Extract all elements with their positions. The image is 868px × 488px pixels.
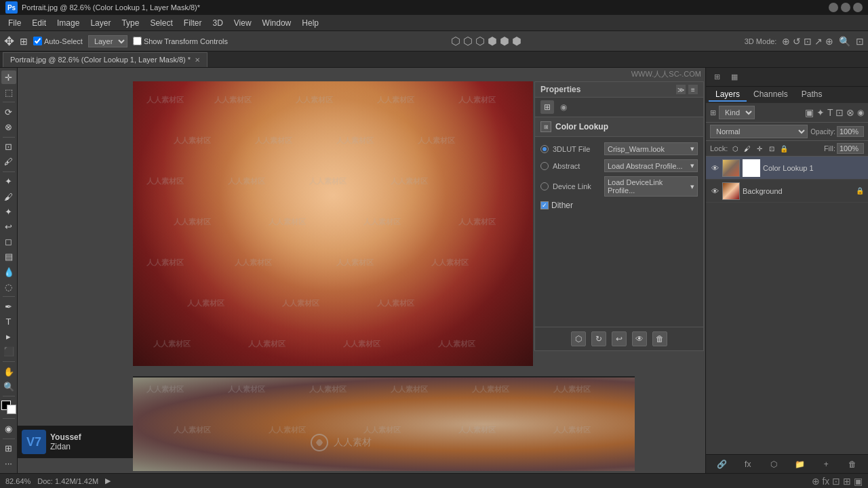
screen-mode-tool[interactable]: ⊞ — [1, 442, 16, 455]
align-left-icon[interactable]: ⬡ — [451, 35, 460, 47]
type-tool[interactable]: T — [1, 315, 16, 329]
transform-icon[interactable]: ⊞ — [20, 36, 28, 47]
device-link-radio[interactable] — [540, 182, 549, 190]
dodge-tool[interactable]: ◌ — [1, 280, 16, 293]
shape-tool[interactable]: ⬛ — [1, 345, 16, 359]
move-tool-icon[interactable]: ✥ — [4, 34, 14, 49]
lock-paint-btn[interactable]: 🖌 — [743, 144, 752, 153]
close-button[interactable] — [853, 3, 863, 12]
lut3d-radio[interactable] — [540, 145, 549, 153]
align-bottom-icon[interactable]: ⬢ — [512, 35, 521, 47]
mask-button[interactable]: ⬡ — [571, 331, 586, 346]
path-selection-tool[interactable]: ▸ — [1, 330, 16, 344]
brush-tool[interactable]: 🖌 — [1, 190, 16, 203]
visibility-button[interactable]: 👁 — [632, 331, 647, 346]
menu-3d[interactable]: 3D — [207, 17, 228, 29]
menu-image[interactable]: Image — [52, 17, 85, 29]
add-mask-btn[interactable]: ⬡ — [767, 458, 781, 471]
more-tools[interactable]: ··· — [1, 457, 16, 470]
prop-tab-circle[interactable]: ◉ — [557, 100, 570, 114]
prop-tab-grid[interactable]: ⊞ — [540, 100, 554, 114]
new-group-btn[interactable]: 📁 — [793, 458, 807, 471]
opacity-field: Opacity: — [810, 126, 864, 137]
cycle-button[interactable]: ↻ — [591, 331, 606, 346]
layer-background[interactable]: 👁 Background 🔒 — [706, 180, 868, 203]
channels-tab[interactable]: Channels — [747, 88, 795, 102]
link-layers-btn[interactable]: 🔗 — [715, 458, 728, 471]
new-layer-btn[interactable]: + — [819, 458, 833, 471]
menu-file[interactable]: File — [3, 17, 26, 29]
title-bar-controls[interactable] — [829, 3, 863, 12]
search-icon[interactable]: 🔍 — [839, 36, 850, 47]
lock-artboard-btn[interactable]: ⊡ — [767, 144, 776, 153]
hand-tool[interactable]: ✋ — [1, 365, 16, 378]
move-tool[interactable]: ✛ — [1, 70, 16, 84]
filter-toggle-btn[interactable]: ◉ — [857, 108, 864, 117]
minimize-button[interactable] — [829, 3, 838, 12]
kind-select[interactable]: Kind — [719, 106, 755, 119]
menu-filter[interactable]: Filter — [178, 17, 208, 29]
menu-window[interactable]: Window — [257, 17, 297, 29]
history-button[interactable]: ↩ — [612, 331, 627, 346]
healing-brush-tool[interactable]: ✦ — [1, 175, 16, 188]
delete-adjustment-button[interactable]: 🗑 — [652, 331, 667, 346]
delete-layer-btn[interactable]: 🗑 — [846, 458, 859, 471]
layer-thumb-background — [722, 182, 740, 200]
background-color[interactable] — [7, 405, 16, 414]
properties-icon-btn[interactable]: ⊞ — [709, 70, 725, 85]
eraser-tool[interactable]: ◻ — [1, 235, 16, 249]
magic-wand-tool[interactable]: ⊗ — [1, 120, 16, 134]
tab-close-button[interactable]: ✕ — [195, 56, 200, 64]
menu-select[interactable]: Select — [144, 17, 178, 29]
crop-tool[interactable]: ⊡ — [1, 140, 16, 154]
zoom-tool[interactable]: 🔍 — [1, 380, 16, 393]
align-center-h-icon[interactable]: ⬡ — [463, 35, 473, 47]
align-top-icon[interactable]: ⬢ — [488, 35, 497, 47]
layer-visibility-eye-2[interactable]: 👁 — [710, 186, 719, 196]
fill-input[interactable] — [837, 143, 864, 154]
menu-edit[interactable]: Edit — [26, 17, 52, 29]
document-tab[interactable]: Portrait.jpg @ 82.6% (Color Lookup 1, La… — [3, 52, 208, 67]
history-brush-tool[interactable]: ↩ — [1, 220, 16, 233]
quick-mask-tool[interactable]: ◉ — [1, 422, 16, 435]
filter-type-icons[interactable]: ▣ ✦ T ⊡ ⊗ — [805, 107, 854, 118]
lut3d-dropdown[interactable]: Crisp_Warm.look ▾ — [604, 142, 698, 155]
pen-tool[interactable]: ✒ — [1, 300, 16, 313]
gradient-tool[interactable]: ▤ — [1, 250, 16, 264]
layer-color-lookup[interactable]: 👁 Color Lookup 1 — [706, 157, 868, 180]
align-middle-icon[interactable]: ⬢ — [500, 35, 509, 47]
device-link-dropdown[interactable]: Load DeviceLink Profile... ▾ — [604, 176, 698, 197]
blend-mode-select[interactable]: Normal — [710, 125, 808, 138]
dither-checkbox[interactable]: ✓ — [540, 201, 549, 209]
lasso-tool[interactable]: ⟳ — [1, 105, 16, 119]
lock-position-btn[interactable]: ✛ — [755, 144, 764, 153]
abstract-dropdown[interactable]: Load Abstract Profile... ▾ — [604, 159, 698, 172]
auto-select-checkbox[interactable]: Auto-Select — [33, 37, 83, 45]
add-style-btn[interactable]: fx — [741, 458, 755, 471]
opacity-input[interactable] — [837, 126, 864, 137]
panel-menu-button[interactable]: ≡ — [688, 85, 698, 94]
layers-icon-btn[interactable]: ▦ — [726, 70, 743, 85]
marquee-tool[interactable]: ⬚ — [1, 85, 16, 99]
menu-type[interactable]: Type — [116, 17, 144, 29]
maximize-button[interactable] — [841, 3, 850, 12]
layer-select[interactable]: Layer — [88, 35, 127, 47]
align-right-icon[interactable]: ⬡ — [475, 35, 485, 47]
stamp-tool[interactable]: ✦ — [1, 205, 16, 218]
lock-transparency-btn[interactable]: ⬡ — [730, 144, 740, 153]
layers-tab[interactable]: Layers — [709, 88, 747, 102]
layer-visibility-eye-1[interactable]: 👁 — [710, 163, 719, 173]
3d-mode-icons[interactable]: ⊕ ↺ ⊡ ↗ ⊕ — [782, 36, 833, 47]
show-transform-checkbox[interactable]: Show Transform Controls — [133, 37, 228, 45]
expand-icon[interactable]: ⊡ — [856, 36, 864, 47]
menu-view[interactable]: View — [229, 17, 257, 29]
blur-tool[interactable]: 💧 — [1, 265, 16, 279]
abstract-radio[interactable] — [540, 162, 549, 170]
panel-expand-button[interactable]: ≫ — [676, 85, 686, 94]
lock-all-btn[interactable]: 🔒 — [779, 144, 789, 153]
menu-help[interactable]: Help — [296, 17, 324, 29]
eyedropper-tool[interactable]: 🖋 — [1, 155, 16, 169]
menu-layer[interactable]: Layer — [85, 17, 116, 29]
paths-tab[interactable]: Paths — [795, 88, 829, 102]
status-arrow[interactable]: ▶ — [105, 476, 111, 485]
